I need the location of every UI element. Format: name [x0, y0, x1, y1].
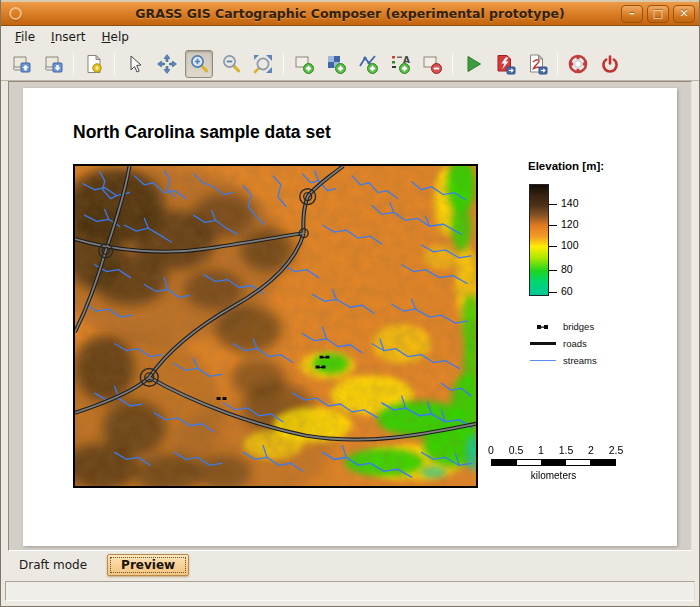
mode-tabs: Draft mode Preview — [1, 551, 699, 579]
toolbar-separator — [73, 53, 74, 75]
minimize-button[interactable]: – — [621, 5, 643, 23]
quit-button[interactable] — [596, 50, 624, 78]
scale-unit-label: kilometers — [491, 470, 616, 481]
scale-label: 0 — [488, 444, 494, 456]
paper-page[interactable]: North Carolina sample data set — [23, 88, 677, 546]
maximize-button[interactable]: □ — [647, 5, 669, 23]
zoom-in-icon — [188, 53, 210, 75]
map-frame[interactable] — [73, 164, 478, 488]
remove-frame-button[interactable] — [418, 50, 446, 78]
status-bar — [5, 581, 695, 601]
close-icon: ✕ — [679, 7, 688, 20]
elevation-gradient-bar — [529, 184, 549, 296]
menu-help[interactable]: Help — [94, 28, 137, 46]
toolbar-separator — [283, 53, 284, 75]
help-button[interactable] — [564, 50, 592, 78]
render-button[interactable] — [459, 50, 487, 78]
add-labels-icon: A — [389, 53, 411, 75]
elevation-map-image — [75, 166, 476, 486]
quit-icon — [599, 53, 621, 75]
legend-tick — [549, 270, 557, 271]
toolbar-separator — [452, 53, 453, 75]
scale-label: 2.5 — [609, 444, 624, 456]
save-script-button[interactable] — [39, 50, 67, 78]
legend-item-label: roads — [563, 338, 587, 349]
legend-tick — [549, 292, 557, 293]
scale-label: 1 — [538, 444, 544, 456]
zoom-out-icon — [220, 53, 242, 75]
page-setup-button[interactable] — [80, 50, 108, 78]
legend-item-label: streams — [563, 355, 597, 366]
zoom-extent-button[interactable] — [249, 50, 277, 78]
pointer-icon — [124, 53, 146, 75]
streams-symbol-icon — [530, 360, 556, 362]
menu-file[interactable]: File — [7, 28, 43, 46]
toolbar: A — [1, 48, 699, 81]
pan-button[interactable] — [153, 50, 181, 78]
app-window: GRASS GIS Cartographic Composer (experim… — [0, 0, 700, 607]
export-pdf-icon — [526, 53, 548, 75]
window-title: GRASS GIS Cartographic Composer (experim… — [1, 6, 699, 21]
toolbar-separator — [557, 53, 558, 75]
zoom-in-button[interactable] — [185, 50, 213, 78]
zoom-out-button[interactable] — [217, 50, 245, 78]
zoom-extent-icon — [252, 53, 274, 75]
tab-preview[interactable]: Preview — [107, 554, 189, 576]
add-map-frame-button[interactable] — [290, 50, 318, 78]
legend-tick — [549, 225, 557, 226]
legend-tick-label: 100 — [561, 239, 579, 251]
map-title[interactable]: North Carolina sample data set — [73, 122, 331, 143]
title-bar[interactable]: GRASS GIS Cartographic Composer (experim… — [1, 0, 699, 26]
add-raster-icon — [325, 53, 347, 75]
scale-label: 0.5 — [509, 444, 524, 456]
export-pdf-button[interactable] — [523, 50, 551, 78]
legend-tick — [549, 246, 557, 247]
add-labels-button[interactable]: A — [386, 50, 414, 78]
menu-insert[interactable]: Insert — [43, 28, 93, 46]
legend-tick-label: 120 — [561, 218, 579, 230]
add-map-frame-icon — [293, 53, 315, 75]
composer-canvas[interactable]: North Carolina sample data set — [8, 81, 692, 551]
save-script-icon — [42, 53, 64, 75]
legend-item-roads: roads — [529, 335, 649, 352]
legend-tick-label: 60 — [561, 285, 573, 297]
load-script-icon — [10, 53, 32, 75]
pan-icon — [156, 53, 178, 75]
minimize-icon: – — [629, 7, 635, 20]
help-icon — [567, 53, 589, 75]
legend-title: Elevation [m]: — [528, 160, 604, 172]
scale-label: 1.5 — [559, 444, 574, 456]
legend-tick-label: 80 — [561, 263, 573, 275]
scale-bar-segments — [491, 459, 616, 466]
legend-tick-label: 140 — [561, 197, 579, 209]
legend-item-streams: streams — [529, 352, 649, 369]
add-raster-button[interactable] — [322, 50, 350, 78]
legend-item-label: bridges — [563, 321, 594, 332]
close-button[interactable]: ✕ — [673, 5, 695, 23]
scale-bar[interactable]: 0 0.5 1 1.5 2 2.5 kilometers — [485, 444, 630, 486]
tab-draft-mode[interactable]: Draft mode — [13, 555, 93, 575]
add-vector-button[interactable] — [354, 50, 382, 78]
svg-text:A: A — [403, 55, 410, 65]
legend-tick — [549, 204, 557, 205]
menu-bar: File Insert Help — [1, 26, 699, 48]
scale-label: 2 — [588, 444, 594, 456]
add-vector-icon — [357, 53, 379, 75]
vector-legend[interactable]: bridges roads streams — [529, 318, 649, 369]
maximize-icon: □ — [653, 7, 663, 20]
remove-frame-icon — [421, 53, 443, 75]
render-icon — [462, 53, 484, 75]
export-ps-icon — [494, 53, 516, 75]
page-setup-icon — [83, 53, 105, 75]
bridges-symbol-icon — [534, 323, 552, 331]
toolbar-separator — [114, 53, 115, 75]
pointer-button[interactable] — [121, 50, 149, 78]
roads-symbol-icon — [530, 342, 556, 345]
load-script-button[interactable] — [7, 50, 35, 78]
legend-item-bridges: bridges — [529, 318, 649, 335]
export-ps-button[interactable] — [491, 50, 519, 78]
